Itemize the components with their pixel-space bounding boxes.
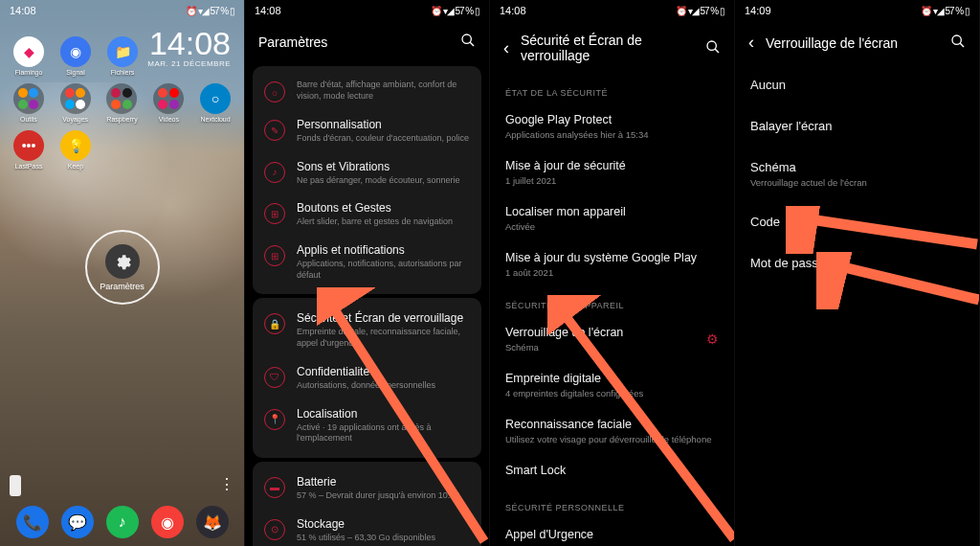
- section-header: ÉTAT DE LA SÉCURITÉ: [490, 75, 734, 103]
- folder-videos[interactable]: Videos: [147, 83, 189, 123]
- svg-point-6: [952, 35, 961, 44]
- buttons-icon: ⊞: [264, 203, 285, 224]
- app-keep[interactable]: 💡Keep: [55, 130, 97, 170]
- location-icon: 📍: [264, 409, 285, 430]
- app-row: •••LastPass 💡Keep: [8, 130, 236, 170]
- dock: 📞 💬 ♪ ◉ 🦊: [0, 506, 244, 538]
- dock-pocketcasts[interactable]: ◉: [151, 506, 184, 538]
- svg-point-3: [707, 41, 716, 50]
- home-screen: 14:08 ⏰ ▾◢ 57 % ▯ 14:08 MAR. 21 DÉCEMBRE…: [0, 0, 245, 546]
- setting-location[interactable]: 📍LocalisationActivé · 19 applications on…: [253, 399, 481, 452]
- folder-raspberry[interactable]: Raspberry: [101, 83, 144, 123]
- setting-personalization[interactable]: ✎PersonnalisationFonds d'écran, couleur …: [253, 110, 481, 152]
- option-password[interactable]: Mot de passe: [735, 242, 979, 284]
- status-indicators: ⏰ ▾◢ 57 % ▯: [921, 6, 969, 16]
- app-row: ◆Flamingo ◉Signal 📁Fichiers: [8, 36, 236, 76]
- status-bar: 14:08 ⏰ ▾◢ 57 % ▯: [245, 0, 489, 21]
- dock-firefox[interactable]: 🦊: [196, 506, 229, 538]
- item-play-protect[interactable]: Google Play ProtectApplications analysée…: [490, 103, 734, 149]
- settings-group: 🔒Sécurité et Écran de verrouillageEmprei…: [253, 298, 481, 457]
- status-bar: 14:08 ⏰ ▾◢ 57 % ▯: [490, 0, 734, 21]
- setting-sound[interactable]: ♪Sons et VibrationsNe pas déranger, mode…: [253, 152, 481, 194]
- option-pin[interactable]: Code: [735, 201, 979, 242]
- item-security-update[interactable]: Mise à jour de sécurité1 juillet 2021: [490, 149, 734, 195]
- app-lastpass[interactable]: •••LastPass: [8, 130, 50, 170]
- brush-icon: ✎: [264, 120, 285, 141]
- status-time: 14:08: [255, 5, 281, 16]
- app-grid: ◆Flamingo ◉Signal 📁Fichiers Outils Voyag…: [0, 36, 244, 177]
- search-icon[interactable]: [705, 39, 721, 57]
- item-screen-lock[interactable]: Verrouillage de l'écranSchéma⚙: [490, 316, 734, 362]
- app-flamingo[interactable]: ◆Flamingo: [8, 36, 50, 76]
- settings-group: ▬Batterie57 % – Devrait durer jusqu'à en…: [253, 462, 481, 546]
- apps-icon: ⊞: [264, 245, 285, 266]
- option-none[interactable]: Aucun: [735, 64, 979, 105]
- back-button[interactable]: ‹: [503, 38, 509, 58]
- back-button[interactable]: ‹: [748, 33, 754, 53]
- shield-icon: 🛡: [264, 367, 285, 388]
- security-header: ‹ Sécurité et Écran de verrouillage: [490, 21, 734, 75]
- setting-apps[interactable]: ⊞Applis et notificationsApplications, no…: [253, 236, 481, 288]
- section-header: SÉCURITÉ DE L'APPAREIL: [490, 287, 734, 316]
- search-icon[interactable]: [460, 33, 476, 51]
- lock-header: ‹ Verrouillage de l'écran: [735, 21, 979, 64]
- app-settings-highlighted[interactable]: Paramètres: [85, 230, 160, 305]
- folder-tools[interactable]: Outils: [8, 83, 50, 123]
- setting-security[interactable]: 🔒Sécurité et Écran de verrouillageEmprei…: [253, 304, 481, 356]
- settings-header: Paramètres: [245, 21, 489, 62]
- page-title: Verrouillage de l'écran: [766, 35, 939, 51]
- status-bar: 14:09 ⏰ ▾◢ 57 % ▯: [735, 0, 979, 21]
- battery-icon: ▬: [264, 477, 285, 498]
- status-time: 14:08: [500, 5, 526, 16]
- gesture-handle-right[interactable]: ⋮: [219, 475, 234, 496]
- status-indicators: ⏰ ▾◢ 57 % ▯: [186, 6, 234, 16]
- app-nextcloud[interactable]: ○Nextcloud: [194, 83, 236, 123]
- option-swipe[interactable]: Balayer l'écran: [735, 105, 979, 147]
- storage-icon: ⊙: [264, 519, 285, 540]
- app-row: Outils Voyages Raspberry Videos ○Nextclo…: [8, 83, 236, 123]
- setting-storage[interactable]: ⊙Stockage51 % utilisés – 63,30 Go dispon…: [253, 510, 481, 546]
- dock-spotify[interactable]: ♪: [106, 506, 139, 538]
- search-icon[interactable]: [950, 34, 966, 52]
- status-time: 14:08: [10, 5, 36, 16]
- security-screen: 14:08 ⏰ ▾◢ 57 % ▯ ‹ Sécurité et Écran de…: [490, 0, 735, 546]
- item-face-unlock[interactable]: Reconnaissance facialeUtilisez votre vis…: [490, 408, 734, 454]
- status-indicators: ⏰ ▾◢ 57 % ▯: [676, 6, 724, 16]
- item-fingerprint[interactable]: Empreinte digitale4 empreintes digitales…: [490, 362, 734, 408]
- app-signal[interactable]: ◉Signal: [55, 36, 97, 76]
- item-emergency[interactable]: Appel d'UrgenceAppeler un numéro d'urgen…: [490, 518, 734, 546]
- dock-phone[interactable]: 📞: [16, 506, 49, 538]
- gesture-handle-left[interactable]: [10, 475, 21, 496]
- setting-buttons[interactable]: ⊞Boutons et GestesAlert slider, barre et…: [253, 193, 481, 236]
- settings-group: ☼Barre d'état, affichage ambiant, confor…: [253, 66, 481, 294]
- svg-line-4: [715, 49, 719, 53]
- status-time: 14:09: [745, 5, 771, 16]
- dock-messages[interactable]: 💬: [61, 506, 94, 538]
- gesture-bar: ⋮: [0, 475, 244, 496]
- status-bar: 14:08 ⏰ ▾◢ 57 % ▯: [0, 0, 244, 21]
- status-indicators: ⏰ ▾◢ 57 % ▯: [431, 6, 479, 16]
- speaker-icon: ♪: [264, 162, 285, 183]
- option-pattern[interactable]: SchémaVerrouillage actuel de l'écran: [735, 147, 979, 201]
- section-header: SÉCURITÉ PERSONNELLE: [490, 489, 734, 518]
- lock-icon: 🔒: [264, 313, 285, 334]
- setting-battery[interactable]: ▬Batterie57 % – Devrait durer jusqu'à en…: [253, 467, 481, 510]
- svg-line-7: [960, 43, 964, 47]
- item-smart-lock[interactable]: Smart Lock: [490, 454, 734, 489]
- gear-icon: [105, 244, 140, 279]
- app-files[interactable]: 📁Fichiers: [101, 36, 144, 76]
- page-title: Sécurité et Écran de verrouillage: [521, 33, 694, 63]
- lock-screen-options: 14:09 ⏰ ▾◢ 57 % ▯ ‹ Verrouillage de l'éc…: [735, 0, 980, 546]
- gear-icon[interactable]: ⚙: [706, 331, 719, 347]
- svg-line-1: [470, 42, 474, 46]
- setting-display[interactable]: ☼Barre d'état, affichage ambiant, confor…: [253, 72, 481, 110]
- item-find-device[interactable]: Localiser mon appareilActivée: [490, 195, 734, 241]
- svg-point-0: [462, 34, 471, 43]
- settings-screen: 14:08 ⏰ ▾◢ 57 % ▯ Paramètres ☼Barre d'ét…: [245, 0, 490, 546]
- item-system-update[interactable]: Mise à jour du système Google Play1 août…: [490, 241, 734, 287]
- page-title: Paramètres: [258, 34, 449, 50]
- sun-icon: ☼: [264, 81, 285, 102]
- app-label: Paramètres: [100, 282, 145, 291]
- setting-privacy[interactable]: 🛡ConfidentialitéAutorisations, données p…: [253, 357, 481, 399]
- folder-travel[interactable]: Voyages: [55, 83, 97, 123]
